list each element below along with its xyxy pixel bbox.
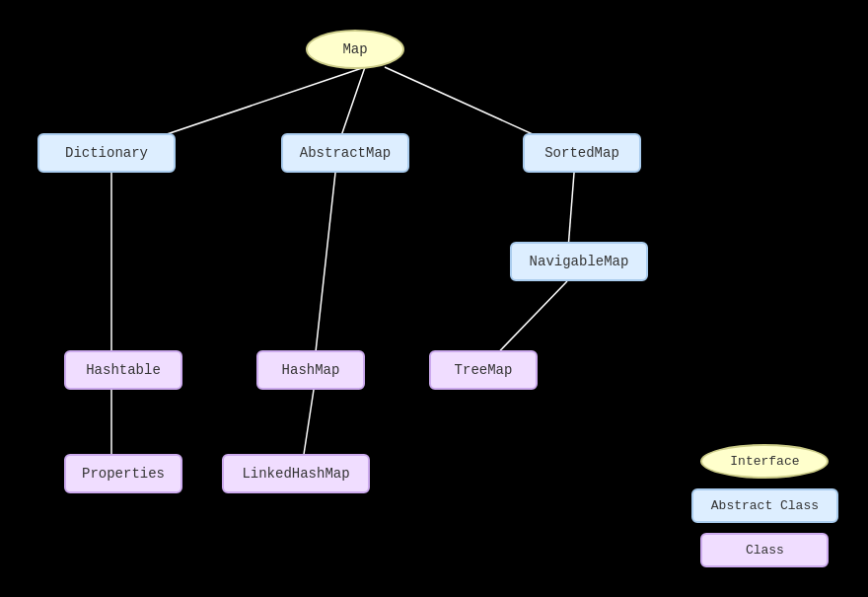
legend-class-shape: Class [700, 533, 829, 567]
node-hash-map: HashMap [256, 350, 365, 390]
svg-line-5 [314, 173, 335, 370]
node-sorted-map: SortedMap [523, 133, 641, 173]
legend-abstract-class-shape: Abstract Class [691, 488, 838, 523]
node-hashtable: Hashtable [64, 350, 182, 390]
legend-interface: Interface [691, 444, 838, 479]
node-tree-map: TreeMap [429, 350, 538, 390]
legend-interface-shape: Interface [700, 444, 829, 479]
node-navigable-map: NavigableMap [510, 242, 648, 281]
node-dictionary: Dictionary [37, 133, 176, 173]
node-abstract-map: AbstractMap [281, 133, 409, 173]
node-linked-hash-map: LinkedHashMap [222, 454, 370, 493]
legend-abstract-class: Abstract Class [691, 488, 838, 523]
legend: Interface Abstract Class Class [691, 444, 838, 567]
legend-class: Class [691, 533, 838, 567]
node-map: Map [306, 30, 404, 69]
diagram-container: Map Dictionary AbstractMap SortedMap Nav… [0, 0, 868, 597]
node-properties: Properties [64, 454, 182, 493]
